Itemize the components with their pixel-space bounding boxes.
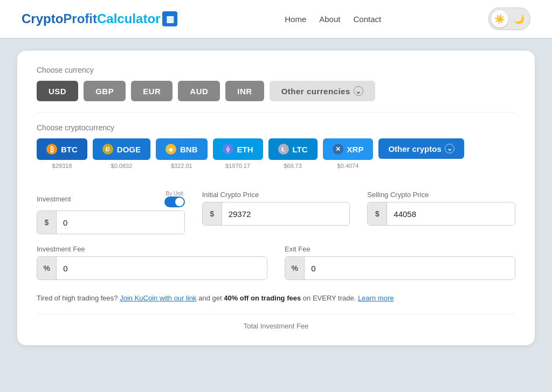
by-unit-label: By Unit bbox=[166, 191, 183, 197]
logo-icon: ▦ bbox=[162, 11, 177, 26]
crypto-col-eth: ⟠ ETH $1970.17 bbox=[213, 138, 263, 169]
bnb-icon: ◆ bbox=[165, 144, 176, 155]
crypto-col-bnb: ◆ BNB $322.01 bbox=[156, 138, 208, 169]
crypto-col-xrp: ✕ XRP $0.4074 bbox=[323, 138, 374, 169]
xrp-icon: ✕ bbox=[333, 144, 343, 155]
currency-section-label: Choose currency bbox=[37, 66, 515, 74]
initial-price-input[interactable] bbox=[222, 202, 350, 225]
dark-mode-button[interactable]: 🌙 bbox=[510, 10, 528, 27]
other-cryptos-chevron-icon: ⌄ bbox=[445, 144, 454, 153]
nav-contact[interactable]: Contact bbox=[353, 15, 381, 24]
ltc-price: $69.73 bbox=[284, 163, 302, 169]
other-currencies-chevron-icon: ⌄ bbox=[354, 86, 363, 96]
investment-fee-label: Investment Fee bbox=[37, 245, 267, 253]
xrp-label: XRP bbox=[347, 145, 364, 154]
fee-section: Investment Fee % Exit Fee % bbox=[37, 245, 515, 280]
light-mode-button[interactable]: ☀️ bbox=[491, 10, 508, 27]
initial-price-label: Initial Crypto Price bbox=[202, 191, 350, 199]
crypto-btc-button[interactable]: ₿ BTC bbox=[37, 138, 87, 160]
promo-text-after: on EVERY trade. bbox=[303, 294, 358, 302]
selling-price-label: Selling Crypto Price bbox=[367, 191, 515, 199]
currency-aud[interactable]: AUD bbox=[178, 81, 220, 101]
eth-icon: ⟠ bbox=[223, 144, 233, 155]
eth-price: $1970.17 bbox=[225, 163, 250, 169]
crypto-ltc-button[interactable]: Ł LTC bbox=[268, 138, 318, 160]
investment-fee-field-group: Investment Fee % bbox=[37, 245, 267, 280]
doge-label: DOGE bbox=[117, 145, 141, 154]
logo[interactable]: Crypto Profit Calculator ▦ bbox=[22, 11, 177, 26]
doge-price: $0.0832 bbox=[111, 163, 133, 169]
kucoin-link[interactable]: Join KuCoin with our link bbox=[120, 294, 196, 302]
bnb-price: $322.01 bbox=[171, 163, 192, 169]
calculator-section: Investment By Unit $ bbox=[37, 191, 515, 234]
crypto-xrp-button[interactable]: ✕ XRP bbox=[323, 138, 374, 160]
btc-label: BTC bbox=[61, 145, 78, 154]
crypto-row: ₿ BTC $29318 Ð DOGE $0.0832 ◆ BNB $322.0… bbox=[37, 138, 515, 169]
promo-bold: 40% off on trading fees bbox=[224, 294, 301, 302]
header: Crypto Profit Calculator ▦ Home About Co… bbox=[0, 0, 552, 38]
theme-toggle: ☀️ 🌙 bbox=[488, 8, 530, 30]
other-cryptos-label: Other cryptos bbox=[388, 144, 441, 153]
crypto-col-other: Other cryptos ⌄ bbox=[378, 138, 464, 169]
selling-price-prefix: $ bbox=[368, 202, 387, 225]
bnb-label: BNB bbox=[180, 145, 198, 154]
nav-home[interactable]: Home bbox=[285, 15, 306, 24]
crypto-col-ltc: Ł LTC $69.73 bbox=[268, 138, 318, 169]
xrp-price: $0.4074 bbox=[337, 163, 359, 169]
exit-fee-input[interactable] bbox=[305, 257, 515, 279]
crypto-section: Choose cryptocurrency ₿ BTC $29318 Ð DOG… bbox=[37, 123, 515, 169]
promo-bar: Tired of high trading fees? Join KuCoin … bbox=[37, 293, 515, 304]
eth-label: ETH bbox=[237, 145, 253, 154]
promo-text-before: Tired of high trading fees? bbox=[37, 294, 118, 302]
initial-price-input-group: $ bbox=[202, 202, 350, 226]
ltc-icon: Ł bbox=[278, 144, 289, 155]
currency-gbp[interactable]: GBP bbox=[84, 81, 126, 101]
investment-field-group: Investment By Unit $ bbox=[37, 191, 185, 234]
currency-section: Choose currency USD GBP EUR AUD INR Othe… bbox=[37, 66, 515, 101]
total-fee-label: Total Investment Fee bbox=[37, 314, 515, 330]
investment-label-row: Investment By Unit bbox=[37, 191, 185, 207]
exit-fee-input-group: % bbox=[285, 256, 515, 280]
toggle-slider bbox=[164, 197, 185, 207]
currency-eur[interactable]: EUR bbox=[131, 81, 172, 101]
promo-text-middle: and get bbox=[198, 294, 224, 302]
exit-fee-field-group: Exit Fee % bbox=[285, 245, 515, 280]
exit-fee-prefix: % bbox=[285, 257, 305, 279]
logo-calculator: Calculator bbox=[97, 11, 160, 26]
crypto-col-btc: ₿ BTC $29318 bbox=[37, 138, 87, 169]
other-currencies-label: Other currencies bbox=[281, 87, 350, 96]
exit-fee-label: Exit Fee bbox=[285, 245, 515, 253]
main-card: Choose currency USD GBP EUR AUD INR Othe… bbox=[17, 51, 535, 345]
ltc-label: LTC bbox=[293, 145, 308, 154]
other-cryptos-button[interactable]: Other cryptos ⌄ bbox=[378, 138, 464, 159]
selling-price-input[interactable] bbox=[387, 202, 515, 225]
crypto-col-doge: Ð DOGE $0.0832 bbox=[93, 138, 150, 169]
crypto-eth-button[interactable]: ⟠ ETH bbox=[213, 138, 263, 160]
investment-input-group: $ bbox=[37, 211, 185, 234]
logo-crypto: Crypto bbox=[22, 11, 63, 26]
toggle-knob bbox=[175, 198, 184, 206]
doge-icon: Ð bbox=[102, 144, 113, 155]
nav-about[interactable]: About bbox=[319, 15, 340, 24]
investment-fee-input-group: % bbox=[37, 256, 267, 280]
crypto-doge-button[interactable]: Ð DOGE bbox=[93, 138, 150, 160]
toggle-switch[interactable] bbox=[164, 197, 185, 207]
btc-icon: ₿ bbox=[46, 144, 57, 155]
by-unit-toggle[interactable] bbox=[164, 197, 185, 207]
logo-profit: Profit bbox=[63, 11, 97, 26]
learn-more-link[interactable]: Learn more bbox=[358, 294, 394, 302]
investment-prefix: $ bbox=[37, 211, 57, 234]
crypto-bnb-button[interactable]: ◆ BNB bbox=[156, 138, 208, 160]
crypto-section-label: Choose cryptocurrency bbox=[37, 123, 515, 132]
initial-price-prefix: $ bbox=[203, 202, 222, 225]
other-currencies-button[interactable]: Other currencies ⌄ bbox=[270, 81, 375, 101]
section-divider bbox=[37, 112, 515, 113]
initial-price-field-group: Initial Crypto Price $ bbox=[202, 191, 350, 234]
investment-input[interactable] bbox=[57, 211, 184, 234]
currency-row: USD GBP EUR AUD INR Other currencies ⌄ bbox=[37, 81, 515, 101]
currency-inr[interactable]: INR bbox=[225, 81, 264, 101]
btc-price: $29318 bbox=[52, 163, 72, 169]
currency-usd[interactable]: USD bbox=[37, 81, 78, 101]
investment-fee-input[interactable] bbox=[57, 257, 267, 279]
selling-price-field-group: Selling Crypto Price $ bbox=[367, 191, 515, 234]
